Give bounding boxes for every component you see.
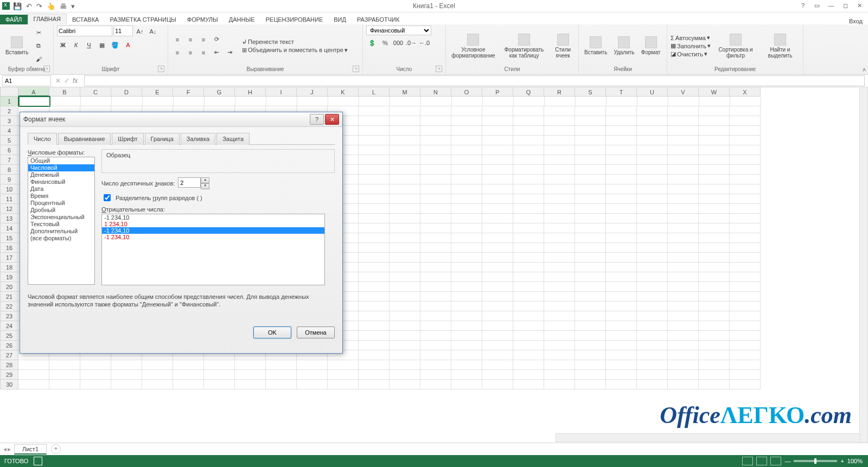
category-item[interactable]: Текстовый: [28, 221, 94, 228]
cell[interactable]: [730, 350, 761, 360]
cell[interactable]: [359, 136, 390, 145]
cell[interactable]: [390, 243, 420, 253]
cell[interactable]: [80, 380, 111, 389]
cell[interactable]: [637, 175, 668, 184]
column-header[interactable]: M: [390, 87, 420, 97]
cell[interactable]: [575, 175, 606, 184]
cell[interactable]: [544, 184, 575, 194]
category-item[interactable]: Дата: [28, 185, 94, 193]
cell[interactable]: [545, 97, 576, 106]
delete-cells-button[interactable]: Удалить: [611, 35, 636, 56]
cell[interactable]: [575, 360, 606, 370]
cell[interactable]: [390, 282, 420, 292]
cell[interactable]: [482, 370, 513, 380]
cell[interactable]: [390, 263, 420, 272]
cell[interactable]: [359, 370, 390, 380]
cell[interactable]: [390, 331, 420, 341]
macro-record-icon[interactable]: [34, 457, 42, 465]
column-header[interactable]: W: [699, 87, 730, 97]
column-header[interactable]: L: [359, 87, 390, 97]
cell[interactable]: [18, 380, 49, 389]
negative-format-item[interactable]: -1 234,10: [102, 214, 324, 221]
column-header[interactable]: T: [606, 87, 637, 97]
cell[interactable]: [451, 145, 482, 155]
cell[interactable]: [606, 263, 637, 272]
row-header[interactable]: 24: [0, 321, 18, 331]
cell[interactable]: [142, 360, 173, 370]
number-launcher[interactable]: ↘: [436, 66, 442, 72]
dialog-close-button[interactable]: ✕: [325, 114, 339, 125]
row-header[interactable]: 3: [0, 116, 18, 126]
cell[interactable]: [390, 136, 420, 145]
cell[interactable]: [80, 370, 111, 380]
cell[interactable]: [668, 136, 699, 145]
tab-home[interactable]: ГЛАВНАЯ: [28, 14, 67, 24]
cell[interactable]: [420, 243, 451, 253]
cell[interactable]: [637, 106, 668, 116]
column-header[interactable]: I: [266, 87, 297, 97]
cell[interactable]: [637, 350, 668, 360]
cell[interactable]: [637, 223, 668, 233]
cell[interactable]: [482, 116, 513, 126]
cell[interactable]: [544, 165, 575, 175]
cell[interactable]: [328, 97, 359, 106]
category-item[interactable]: Финансовый: [28, 178, 94, 185]
cell[interactable]: [575, 194, 606, 204]
cell[interactable]: [19, 97, 50, 106]
cell[interactable]: [606, 282, 637, 292]
sheet-nav-next-icon[interactable]: ▸: [8, 445, 11, 453]
cell[interactable]: [668, 106, 699, 116]
borders-icon[interactable]: ▦: [96, 39, 108, 51]
cell[interactable]: [606, 155, 637, 165]
cell[interactable]: [390, 292, 420, 302]
help-button[interactable]: ?: [796, 1, 809, 10]
paste-button[interactable]: Вставить: [3, 35, 30, 56]
cell[interactable]: [451, 214, 482, 223]
cell[interactable]: [451, 194, 482, 204]
cell[interactable]: [420, 360, 451, 370]
normal-view-button[interactable]: [742, 457, 753, 465]
cell[interactable]: [235, 97, 266, 106]
cell[interactable]: [451, 370, 482, 380]
cell[interactable]: [637, 302, 668, 311]
row-header[interactable]: 15: [0, 233, 18, 243]
cell[interactable]: [482, 126, 513, 136]
cell[interactable]: [668, 341, 699, 350]
cell[interactable]: [668, 282, 699, 292]
cell[interactable]: [699, 116, 730, 126]
cell[interactable]: [668, 263, 699, 272]
cell[interactable]: [668, 253, 699, 263]
cell[interactable]: [699, 360, 730, 370]
signin-link[interactable]: Вход: [849, 18, 863, 24]
thousands-separator-checkbox[interactable]: [104, 194, 111, 201]
cell[interactable]: [482, 360, 513, 370]
cell[interactable]: [606, 360, 637, 370]
cell[interactable]: [451, 126, 482, 136]
clipboard-launcher[interactable]: ↘: [43, 66, 50, 72]
font-launcher[interactable]: ↘: [158, 66, 164, 72]
cell[interactable]: [730, 204, 761, 214]
cell[interactable]: [699, 214, 730, 223]
cell[interactable]: [451, 380, 482, 389]
cell[interactable]: [668, 214, 699, 223]
cell[interactable]: [513, 302, 544, 311]
decimals-spinner[interactable]: ▲▼: [178, 177, 209, 189]
cell[interactable]: [699, 311, 730, 321]
cell[interactable]: [730, 214, 761, 223]
cell[interactable]: [81, 97, 112, 106]
cell[interactable]: [575, 106, 606, 116]
collapse-ribbon-icon[interactable]: ʌ: [863, 66, 866, 72]
cell[interactable]: [420, 302, 451, 311]
cell[interactable]: [420, 321, 451, 331]
cell[interactable]: [637, 282, 668, 292]
cell[interactable]: [420, 223, 451, 233]
dialog-tab[interactable]: Граница: [145, 133, 180, 145]
cell[interactable]: [451, 302, 482, 311]
cell[interactable]: [390, 126, 420, 136]
cell[interactable]: [637, 116, 668, 126]
pagelayout-view-button[interactable]: [756, 457, 767, 465]
row-header[interactable]: 12: [0, 204, 18, 214]
cell[interactable]: [637, 292, 668, 302]
cell[interactable]: [390, 233, 420, 243]
sheet-tab[interactable]: Лист1: [14, 444, 47, 455]
